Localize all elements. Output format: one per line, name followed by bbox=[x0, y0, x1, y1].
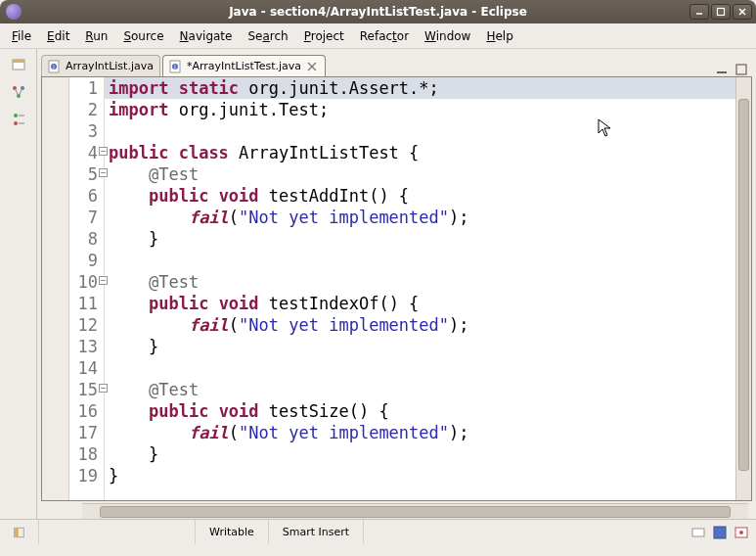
code-line[interactable]: import org.junit.Test; bbox=[105, 99, 735, 120]
status-spacer bbox=[39, 520, 196, 544]
code-line[interactable] bbox=[105, 250, 735, 271]
line-number: 4− bbox=[69, 142, 98, 163]
code-line[interactable]: public void testIndexOf() { bbox=[105, 293, 735, 314]
statusbar: Writable Smart Insert bbox=[0, 519, 756, 544]
perspective-switcher[interactable] bbox=[0, 520, 39, 544]
line-number: 16 bbox=[69, 400, 98, 422]
line-number: 7 bbox=[69, 207, 98, 228]
scrollbar-thumb[interactable] bbox=[100, 506, 731, 518]
menu-search[interactable]: Search bbox=[240, 26, 295, 46]
tab-arrayintlist[interactable]: J ArrayIntList.java bbox=[41, 55, 160, 76]
code-line[interactable]: import static org.junit.Assert.*; bbox=[105, 77, 735, 99]
line-number: 3 bbox=[69, 120, 98, 142]
console-view-icon[interactable] bbox=[734, 526, 748, 539]
titlebar[interactable]: Java - section4/ArrayIntListTest.java - … bbox=[0, 0, 756, 23]
svg-rect-24 bbox=[736, 65, 746, 74]
line-number: 6 bbox=[69, 185, 98, 207]
code-line[interactable]: @Test bbox=[105, 163, 735, 185]
code-editor[interactable]: 1234−5−678910−1112131415−16171819 import… bbox=[41, 76, 752, 501]
svg-rect-27 bbox=[692, 529, 704, 536]
code-line[interactable]: public class ArrayIntListTest { bbox=[105, 142, 735, 163]
code-line[interactable]: @Test bbox=[105, 379, 735, 400]
menu-source[interactable]: Source bbox=[115, 26, 171, 46]
window-title: Java - section4/ArrayIntListTest.java - … bbox=[0, 5, 756, 19]
status-insert-mode: Smart Insert bbox=[269, 520, 364, 544]
line-number: 18 bbox=[69, 443, 98, 465]
close-tab-icon[interactable] bbox=[305, 60, 319, 73]
line-number: 13 bbox=[69, 336, 98, 357]
code-area[interactable]: import static org.junit.Assert.*;import … bbox=[105, 77, 735, 500]
minimize-view-icon[interactable] bbox=[715, 63, 729, 76]
code-line[interactable]: public void testSize() { bbox=[105, 400, 735, 422]
menu-edit[interactable]: Edit bbox=[39, 26, 77, 46]
menu-project[interactable]: Project bbox=[296, 26, 352, 46]
svg-line-9 bbox=[15, 88, 19, 96]
left-toolbar bbox=[0, 49, 37, 519]
code-line[interactable]: } bbox=[105, 443, 735, 465]
menubar: File Edit Run Source Navigate Search Pro… bbox=[0, 23, 756, 49]
line-number: 12 bbox=[69, 314, 98, 336]
svg-rect-28 bbox=[714, 527, 726, 538]
problems-view-icon[interactable] bbox=[691, 526, 705, 539]
line-number: 11 bbox=[69, 293, 98, 314]
menu-run[interactable]: Run bbox=[77, 26, 115, 46]
svg-rect-5 bbox=[13, 60, 24, 63]
line-numbers[interactable]: 1234−5−678910−1112131415−16171819 bbox=[69, 77, 105, 500]
line-number: 17 bbox=[69, 422, 98, 443]
java-file-icon: J bbox=[48, 60, 62, 73]
menu-help[interactable]: Help bbox=[478, 26, 520, 46]
vertical-scrollbar[interactable] bbox=[735, 77, 751, 500]
marker-bar[interactable] bbox=[42, 77, 69, 500]
code-line[interactable] bbox=[105, 120, 735, 142]
code-line[interactable] bbox=[105, 357, 735, 379]
svg-point-30 bbox=[739, 531, 743, 534]
line-number: 15− bbox=[69, 379, 98, 400]
code-line[interactable]: fail("Not yet implemented"); bbox=[105, 422, 735, 443]
outline-icon[interactable] bbox=[11, 112, 26, 127]
tab-label: *ArrayIntListTest.java bbox=[187, 60, 301, 72]
code-line[interactable]: } bbox=[105, 228, 735, 250]
horizontal-scrollbar[interactable] bbox=[82, 503, 748, 519]
svg-line-10 bbox=[19, 88, 22, 96]
menu-file[interactable]: File bbox=[4, 26, 39, 46]
code-line[interactable]: @Test bbox=[105, 271, 735, 293]
status-writable: Writable bbox=[196, 520, 269, 544]
code-line[interactable]: fail("Not yet implemented"); bbox=[105, 314, 735, 336]
code-line[interactable]: fail("Not yet implemented"); bbox=[105, 207, 735, 228]
java-file-icon: J bbox=[169, 60, 183, 73]
line-number: 19 bbox=[69, 465, 98, 486]
svg-point-12 bbox=[14, 121, 18, 125]
line-number: 10− bbox=[69, 271, 98, 293]
line-number: 5− bbox=[69, 163, 98, 185]
package-explorer-icon[interactable] bbox=[11, 57, 26, 72]
code-line[interactable]: } bbox=[105, 465, 735, 486]
code-line[interactable]: public void testAddInt() { bbox=[105, 185, 735, 207]
line-number: 1 bbox=[69, 77, 98, 99]
scrollbar-thumb[interactable] bbox=[738, 99, 749, 471]
line-number: 14 bbox=[69, 357, 98, 379]
svg-rect-26 bbox=[15, 528, 19, 536]
svg-text:J: J bbox=[52, 64, 54, 70]
editor-tabs: J ArrayIntList.java J *ArrayIntListTest.… bbox=[41, 53, 752, 76]
line-number: 8 bbox=[69, 228, 98, 250]
svg-point-11 bbox=[14, 114, 18, 117]
menu-navigate[interactable]: Navigate bbox=[172, 26, 241, 46]
menu-window[interactable]: Window bbox=[417, 26, 478, 46]
tab-arrayintlisttest[interactable]: J *ArrayIntListTest.java bbox=[162, 55, 326, 76]
tasks-view-icon[interactable] bbox=[713, 526, 727, 539]
maximize-view-icon[interactable] bbox=[734, 63, 748, 76]
svg-text:J: J bbox=[173, 64, 175, 70]
line-number: 9 bbox=[69, 250, 98, 271]
line-number: 2 bbox=[69, 99, 98, 120]
tab-label: ArrayIntList.java bbox=[66, 60, 154, 72]
menu-refactor[interactable]: Refactor bbox=[352, 26, 417, 46]
svg-rect-23 bbox=[717, 71, 727, 73]
hierarchy-icon[interactable] bbox=[11, 84, 26, 100]
code-line[interactable]: } bbox=[105, 336, 735, 357]
